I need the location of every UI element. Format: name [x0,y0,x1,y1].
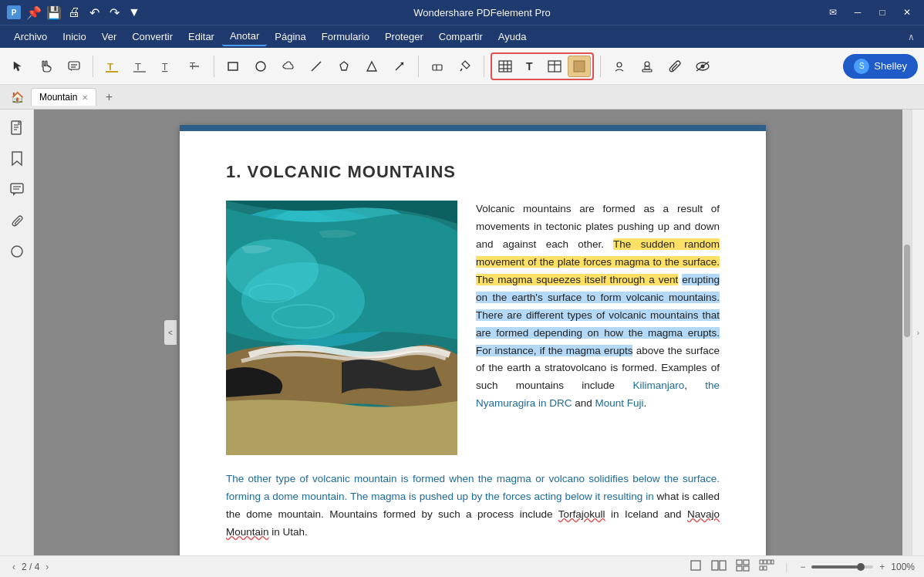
columns-annotation-btn[interactable] [543,56,566,77]
svg-point-33 [617,62,622,67]
menu-anotar[interactable]: Anotar [222,27,267,46]
menu-formulario[interactable]: Formulario [314,28,377,46]
document-title: 1. VOLCANIC MOUNTAINS [226,162,720,182]
text-tool-t4[interactable]: T [183,54,207,79]
new-tab-button[interactable]: + [99,88,118,106]
menu-pagina[interactable]: Página [267,28,313,46]
undo-icon[interactable]: ↶ [86,5,102,20]
document-area[interactable]: < 1. VOLCANIC MOUNTAINS [34,110,912,555]
hide-tool[interactable] [690,54,715,79]
single-page-view-btn[interactable] [688,558,703,575]
mount-fuji-link: Mount Fuji [595,397,644,409]
select-tool[interactable] [6,54,31,79]
arrow-tool[interactable] [387,54,412,79]
page-navigation: ‹ 2 / 4 › [9,560,52,574]
dropdown-icon[interactable]: ▼ [126,5,142,20]
text-tool-t3[interactable]: T [155,54,180,79]
svg-text:T: T [107,61,113,73]
eraser-tool[interactable] [425,54,450,79]
sidebar-comment-btn[interactable] [5,177,29,202]
zoom-controls: − + 100% [797,560,915,574]
pin-icon[interactable]: 📌 [26,5,42,20]
tab-close-btn[interactable]: ✕ [82,93,88,102]
kilimanjaro-link: Kilimanjaro [632,380,684,391]
sidebar-bookmark-btn[interactable] [5,147,29,171]
hand-tool[interactable] [34,54,59,79]
text-tool-t2[interactable]: T [127,54,152,79]
highlighter-tool[interactable] [453,54,477,79]
menu-archivo[interactable]: Archivo [6,28,55,46]
grid-view-btn[interactable] [734,558,751,575]
user-section: S Shelley [843,54,918,79]
menu-compartir[interactable]: Compartir [431,28,491,46]
user-avatar: S [854,59,869,74]
text-annotation-btn[interactable]: T [518,56,541,77]
menu-editar[interactable]: Editar [180,28,222,46]
minimize-button[interactable]: ─ [847,4,868,21]
prev-page-btn[interactable]: ‹ [9,560,19,574]
text-tool-t1[interactable]: T [99,54,124,79]
sign-tool[interactable] [607,54,632,79]
svg-rect-8 [133,71,146,73]
svg-rect-58 [712,561,718,570]
print-icon[interactable]: 🖨 [66,5,82,20]
home-button[interactable]: 🏠 [6,86,28,108]
close-button[interactable]: ✕ [896,4,918,21]
stamp-tool[interactable] [635,54,659,79]
menu-expand[interactable]: ∧ [905,29,918,46]
next-page-btn[interactable]: › [42,560,52,574]
right-panel[interactable]: › [912,110,924,555]
svg-rect-2 [69,62,79,69]
menu-inicio[interactable]: Inicio [55,28,93,46]
svg-marker-21 [462,61,470,69]
circle-tool[interactable] [248,54,273,79]
svg-point-48 [12,246,22,257]
spread-view-btn[interactable] [710,558,728,575]
svg-rect-63 [744,566,749,571]
sidebar-attach-btn[interactable] [5,208,29,233]
triangle-tool[interactable] [359,54,384,79]
save-icon[interactable]: 💾 [46,5,62,20]
maximize-button[interactable]: □ [872,4,893,21]
menu-ver[interactable]: Ver [94,28,125,46]
zoom-in-btn[interactable]: + [876,560,888,574]
attach-tool[interactable] [663,54,687,79]
line-tool[interactable] [304,54,329,79]
svg-rect-61 [744,560,749,565]
sidebar-page-btn[interactable] [5,116,29,140]
zoom-slider-handle[interactable] [857,563,865,571]
scrollbar-thumb[interactable] [904,245,910,337]
svg-rect-69 [764,566,767,570]
mail-icon[interactable]: ✉ [822,4,844,21]
annotation-group: T [491,52,594,80]
user-button[interactable]: S Shelley [843,54,918,79]
svg-rect-45 [11,184,23,193]
svg-text:T: T [135,61,141,73]
navajo-text: Navajo Mountain [226,508,720,538]
menu-proteger[interactable]: Proteger [377,28,431,46]
pages-view-btn[interactable] [757,558,776,575]
zoom-level: 100% [891,562,915,572]
svg-rect-67 [771,560,774,564]
rectangle-tool[interactable] [221,54,245,79]
text-comment-tool[interactable] [62,54,86,79]
cloud-tool[interactable] [276,54,301,79]
polygon-tool[interactable] [332,54,356,79]
main-paragraph: Volcanic mountains are formed as a resul… [476,201,720,455]
svg-rect-23 [499,61,511,72]
status-bar: ‹ 2 / 4 › | − + 100% [0,555,924,577]
menu-ayuda[interactable]: Ayuda [491,28,535,46]
document-tab[interactable]: Mountain ✕ [31,88,96,106]
zoom-slider[interactable] [811,565,873,569]
page-header-bar [180,125,766,131]
zoom-out-btn[interactable]: − [797,560,808,574]
sidebar-collapse-btn[interactable]: < [164,320,177,345]
color-box-btn[interactable] [568,56,591,77]
sidebar-circle-btn[interactable] [5,239,29,264]
redo-icon[interactable]: ↷ [106,5,122,20]
page-info: 2 / 4 [22,562,39,572]
main-area: < 1. VOLCANIC MOUNTAINS [0,110,924,555]
menu-convertir[interactable]: Convertir [124,28,180,46]
table-annotation-btn[interactable] [494,56,517,77]
scrollbar-track[interactable] [902,110,912,555]
